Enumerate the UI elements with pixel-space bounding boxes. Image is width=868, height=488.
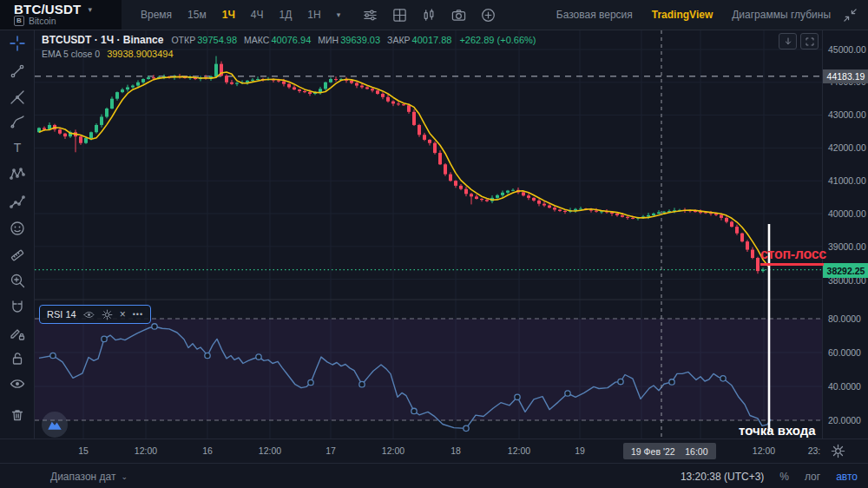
indicators-icon[interactable] [363,8,378,23]
ohlc-label: ЗАКР [387,35,410,45]
zoom-in-tool[interactable] [9,272,26,289]
xabcd-pattern-tool[interactable] [9,165,26,182]
time-tick: 12:00 [382,445,404,456]
last-price-badge: 38292.25 [823,263,868,278]
magnet-tool[interactable] [9,299,26,316]
drawing-toolbar: T [0,30,35,463]
time-menu[interactable]: Время [141,9,172,21]
header-link-диаграммы[interactable]: Диаграммы глубины [732,9,831,21]
ohlc-label: МИН [318,35,339,45]
gear-icon[interactable] [102,309,113,320]
timeframe-4Ч[interactable]: 4Ч [251,9,264,21]
auto-scale-button[interactable]: авто [836,471,858,483]
forecast-tool[interactable] [9,193,26,210]
emoji-tool[interactable] [9,220,26,237]
price-tick: 40.0000 [828,381,861,392]
ohlc-value: 39639.03 [340,35,380,45]
timeframe-1Д[interactable]: 1Д [279,9,293,21]
ohlc-value: 40017.88 [412,35,452,45]
eye-icon[interactable] [83,309,95,320]
camera-icon[interactable] [451,8,466,23]
asset-name: Bitcoin [29,16,56,26]
time-tick: 19 [575,445,585,456]
ohlc-label: МАКС [244,35,269,45]
header-link-tradingview[interactable]: TradingView [652,9,713,21]
tradingview-watermark-icon [42,412,68,438]
time-tick: 16 [202,445,213,456]
footer-bar: Диапазон дат ⌄ 13:20:38 (UTC+3) % лог ав… [0,463,868,488]
timeframe-1Н[interactable]: 1Н [307,9,320,21]
chevron-down-icon: ⌄ [121,472,128,481]
text-tool[interactable]: T [9,139,26,156]
symbol-title[interactable]: BTC/USDT [14,2,81,16]
legend-title[interactable]: BTCUSDT · 1Ч · Binance [42,34,163,46]
price-axis[interactable]: 45000.0044000.0043000.0042000.0041000.00… [822,30,868,439]
time-tick: 23: [808,445,821,456]
fullscreen-button[interactable] [800,33,819,49]
brush-tool[interactable] [9,114,26,131]
legend-change: +262.89 (+0.66%) [459,35,536,45]
rsi-indicator-legend[interactable]: RSI 14 × ••• [39,305,151,324]
ohlc-values: ОТКР39754.98МАКС40076.94МИН39639.03ЗАКР4… [171,35,451,45]
timeframe-list: 15м1Ч4Ч1Д1Н [187,9,321,21]
header-link-базовая[interactable]: Базовая версия [556,9,633,21]
timeframe-1Ч[interactable]: 1Ч [222,9,235,21]
more-icon[interactable]: ••• [133,310,143,319]
price-tick: 42000.00 [828,142,866,153]
ema-value: 39938.9003494 [107,49,173,59]
price-tick: 45000.00 [828,44,866,55]
clock[interactable]: 13:20:38 (UTC+3) [681,471,764,483]
entry-point-label[interactable]: точка входа [739,423,816,438]
templates-grid-icon[interactable] [392,8,407,23]
header: BTC/USDT ▾ B Bitcoin Время 15м1Ч4Ч1Д1Н ▾… [0,0,868,30]
percent-scale-button[interactable]: % [779,471,789,483]
remove-all-tool[interactable] [9,406,26,424]
time-axis[interactable]: 1512:001612:001712:001812:00192012:0023:… [0,439,868,464]
lock-all-tool[interactable] [9,350,26,367]
ruler-tool[interactable] [9,247,26,264]
add-icon[interactable] [481,8,496,23]
stop-loss-label[interactable]: стоп-лосс [760,247,826,262]
trend-line-tool[interactable] [9,63,26,80]
crosshair-time-badge: 19 Фев '22 16:00 [623,443,716,459]
stop-loss-line[interactable] [760,263,824,266]
timeframe-chevron-icon[interactable]: ▾ [337,10,341,19]
collapse-icon[interactable] [843,8,868,23]
timezone-gear-icon[interactable] [831,444,845,458]
price-tick: 41000.00 [828,175,866,186]
header-links: Базовая версияTradingViewДиаграммы глуби… [556,9,843,21]
ema-legend[interactable]: EMA 5 close 0 39938.9003494 [42,49,174,59]
price-tick: 60.0000 [828,347,861,358]
time-tick: 12:00 [508,445,530,456]
main-chart-svg[interactable] [35,30,822,439]
time-tick: 12:00 [259,445,281,456]
resistance-price-badge: 44183.19 [823,69,868,83]
pitchfork-tool[interactable] [9,89,26,106]
chart-pane[interactable]: BTCUSDT · 1Ч · Binance ОТКР39754.98МАКС4… [35,30,822,439]
chart-legend: BTCUSDT · 1Ч · Binance ОТКР39754.98МАКС4… [42,34,536,46]
crosshair-tool[interactable] [9,35,26,52]
date-range-label: Диапазон дат [50,471,115,483]
trading-app: BTC/USDT ▾ B Bitcoin Время 15м1Ч4Ч1Д1Н ▾… [0,0,868,488]
hide-all-tool[interactable] [9,375,26,392]
rsi-band [35,319,822,420]
timeframe-15м[interactable]: 15м [187,9,207,21]
ohlc-value: 39754.98 [197,35,237,45]
ohlc-label: ОТКР [171,35,195,45]
time-tick: 12:00 [135,445,157,456]
rsi-title: RSI 14 [47,309,76,320]
date-range-menu[interactable]: Диапазон дат ⌄ [50,471,128,483]
ema-line[interactable] [39,72,768,267]
chevron-down-icon: ▾ [88,5,92,14]
price-tick: 80.0000 [828,313,861,324]
ema-label: EMA 5 close 0 [42,49,100,59]
scroll-to-recent-button[interactable] [779,33,797,49]
drawing-mode-tool[interactable] [9,325,26,342]
chart-style-icon[interactable] [422,8,437,23]
symbol-block[interactable]: BTC/USDT ▾ B Bitcoin [0,0,122,30]
price-tick: 20.0000 [828,415,861,425]
price-tick: 39000.00 [828,241,866,252]
close-icon[interactable]: × [120,309,126,320]
log-scale-button[interactable]: лог [805,471,820,483]
price-tick: 43000.00 [828,109,866,120]
